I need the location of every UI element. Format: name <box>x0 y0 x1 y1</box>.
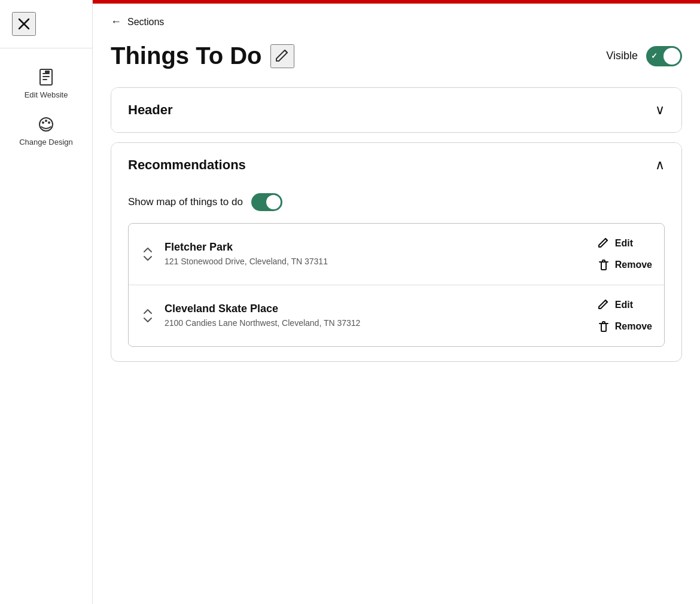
edit-fletcher-park-button[interactable]: Edit <box>597 236 633 251</box>
rec-info-fletcher-park: Fletcher Park 121 Stonewood Drive, Cleve… <box>165 241 588 268</box>
show-map-row: Show map of things to do <box>128 187 665 223</box>
rec-actions-fletcher-park: Edit Remove <box>597 236 652 273</box>
trash-icon <box>597 258 610 272</box>
recommendations-chevron-up-icon: ∧ <box>655 157 665 173</box>
rec-item-cleveland-skate: Cleveland Skate Place 2100 Candies Lane … <box>129 285 664 346</box>
page-title-right: Visible ✓ <box>606 46 682 66</box>
sidebar: Edit Website Change Design <box>0 0 93 604</box>
trash-icon <box>597 320 610 333</box>
rec-item-fletcher-park: Fletcher Park 121 Stonewood Drive, Cleve… <box>129 224 664 285</box>
palette-icon <box>36 115 56 134</box>
svg-rect-6 <box>45 71 50 73</box>
edit-title-button[interactable] <box>270 44 294 68</box>
sidebar-divider <box>0 48 92 48</box>
header-chevron-down-icon: ∨ <box>655 102 665 118</box>
rec-address-fletcher-park: 121 Stonewood Drive, Cleveland, TN 37311 <box>165 256 588 268</box>
close-button[interactable] <box>12 12 36 36</box>
pencil-icon <box>274 48 291 65</box>
close-icon <box>17 17 31 31</box>
back-nav-label: Sections <box>127 17 164 28</box>
sort-handle-fletcher-park[interactable] <box>141 246 155 263</box>
main-content: ← Sections Things To Do Visible ✓ <box>93 0 700 604</box>
rec-address-cleveland-skate: 2100 Candies Lane Northwest, Cleveland, … <box>165 318 588 330</box>
sort-arrows-icon <box>141 307 154 324</box>
svg-line-12 <box>605 239 607 240</box>
sidebar-item-edit-website-label: Edit Website <box>25 90 68 100</box>
visible-toggle[interactable]: ✓ <box>646 46 682 66</box>
svg-point-9 <box>45 120 47 122</box>
header-accordion-title: Header <box>128 102 173 118</box>
recommendations-accordion-header[interactable]: Recommendations ∧ <box>111 143 681 187</box>
svg-line-11 <box>285 50 287 53</box>
remove-cleveland-skate-button[interactable]: Remove <box>597 319 652 334</box>
header-accordion: Header ∨ <box>111 87 682 133</box>
edit-icon <box>597 298 610 312</box>
edit-icon <box>597 237 610 250</box>
page-title-left: Things To Do <box>111 42 294 69</box>
recommendations-list: Fletcher Park 121 Stonewood Drive, Cleve… <box>128 223 665 347</box>
back-arrow-icon: ← <box>111 16 121 28</box>
show-map-toggle[interactable] <box>251 193 282 211</box>
document-icon <box>36 68 56 87</box>
back-nav[interactable]: ← Sections <box>111 16 682 28</box>
sidebar-item-change-design-label: Change Design <box>19 138 73 148</box>
rec-name-fletcher-park: Fletcher Park <box>165 241 588 254</box>
show-map-toggle-knob <box>266 195 281 209</box>
rec-actions-cleveland-skate: Edit Remove <box>597 297 652 334</box>
toggle-knob <box>664 48 680 65</box>
svg-point-10 <box>48 121 50 124</box>
recommendations-body: Show map of things to do <box>111 187 681 361</box>
edit-cleveland-skate-button[interactable]: Edit <box>597 297 633 313</box>
svg-line-13 <box>605 300 607 302</box>
sort-arrows-icon <box>141 246 154 263</box>
sort-handle-cleveland-skate[interactable] <box>141 307 155 324</box>
content-area: ← Sections Things To Do Visible ✓ <box>93 4 700 389</box>
rec-name-cleveland-skate: Cleveland Skate Place <box>165 303 588 315</box>
recommendations-accordion-title: Recommendations <box>128 157 246 173</box>
page-title: Things To Do <box>111 42 262 69</box>
toggle-check-icon: ✓ <box>651 51 658 60</box>
sidebar-item-change-design[interactable]: Change Design <box>0 108 92 155</box>
sidebar-item-edit-website[interactable]: Edit Website <box>0 60 92 108</box>
visible-label: Visible <box>606 50 638 62</box>
page-title-row: Things To Do Visible ✓ <box>111 42 682 69</box>
svg-point-8 <box>42 121 44 124</box>
recommendations-accordion: Recommendations ∧ Show map of things to … <box>111 142 682 362</box>
header-accordion-header[interactable]: Header ∨ <box>111 88 681 132</box>
rec-info-cleveland-skate: Cleveland Skate Place 2100 Candies Lane … <box>165 303 588 330</box>
remove-fletcher-park-button[interactable]: Remove <box>597 257 652 273</box>
show-map-label: Show map of things to do <box>128 196 243 208</box>
